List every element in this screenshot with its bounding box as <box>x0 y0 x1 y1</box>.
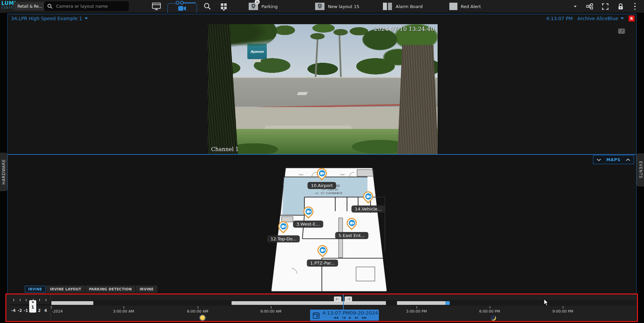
pin-label[interactable]: 10.Airport <box>307 182 336 189</box>
calendar-icon[interactable] <box>312 312 320 319</box>
layout-tab-label: Alarm Board <box>396 4 423 9</box>
camera-title[interactable]: 34.LPR High Speed Example 1 <box>11 16 88 21</box>
layout-tab-label: Red Alert <box>461 4 481 9</box>
fast-forward-button[interactable]: ▶▶ <box>362 316 367 320</box>
photo-icon <box>619 29 624 33</box>
magnifier-icon <box>204 3 211 10</box>
archive-selector-label: Archive AliceBlue <box>578 16 618 21</box>
chevron-down-icon <box>85 17 88 19</box>
maps-collapse-bar[interactable]: MAPS <box>593 155 634 164</box>
hardware-panel-tab[interactable]: HARDWARE <box>0 153 7 191</box>
zoom-tick <box>13 299 14 301</box>
sign-text: Ayanon <box>250 50 264 53</box>
grid-dropdown-caret[interactable] <box>222 9 225 11</box>
pin-label[interactable]: 5.East Ent... <box>335 232 368 239</box>
layout-tab-red-alert[interactable]: Red Alert <box>449 0 481 13</box>
menu-kebab-button[interactable] <box>631 0 639 13</box>
playhead-datetime-box[interactable]: 4:13:07 PM09-20-2024 ◀◀ |◀ ▶ ▶| ▶▶ <box>310 310 379 321</box>
record-badge: R <box>629 15 635 21</box>
window-layout-button[interactable] <box>585 0 595 13</box>
video-frame[interactable]: Ayanon 2024-07-10 13:24:40 Channel 1 <box>208 24 438 154</box>
search-bar[interactable] <box>44 1 129 11</box>
zoom-tick <box>46 299 46 301</box>
camera-title-label: 34.LPR High Speed Example 1 <box>11 16 82 21</box>
archive-selector[interactable]: Archive AliceBlue <box>578 16 624 21</box>
pin-label[interactable]: 1.PTZ-Par... <box>307 260 338 267</box>
layout-tab-alarm-board[interactable]: Alarm Board <box>383 0 423 13</box>
map-pin-5-east-entrance[interactable] <box>347 218 357 228</box>
events-panel-tab[interactable]: EVENTS <box>637 153 644 186</box>
zoom-level-label[interactable]: -1 <box>24 308 28 313</box>
pin-label[interactable]: 3.West-E... <box>293 221 323 228</box>
rewind-button[interactable]: ◀◀ <box>334 316 338 320</box>
selection-end-button[interactable]: ⊣ <box>345 296 352 302</box>
monitor-view-button[interactable] <box>150 0 162 13</box>
timeline-time-label: 3:00:00 PM <box>406 309 427 314</box>
playhead-line[interactable] <box>343 294 344 311</box>
transport-controls: ◀◀ |◀ ▶ ▶| ▶▶ <box>334 316 367 320</box>
map-pin-10-airport[interactable] <box>317 168 327 178</box>
playhead-date: 09-20-2024 <box>350 310 378 316</box>
playhead-datetime-label: 4:13:07 PM09-20-2024 <box>322 311 378 316</box>
organization-selector-button[interactable]: Retail & Re... <box>13 2 46 10</box>
lock-icon <box>618 3 624 10</box>
fullscreen-button[interactable] <box>600 0 610 13</box>
camera-pin-icon <box>319 170 325 177</box>
timeline-tick <box>563 306 563 309</box>
caret-down-icon <box>32 302 34 303</box>
fullscreen-icon <box>602 3 608 10</box>
zoom-level-label[interactable]: 2 <box>38 308 41 313</box>
map-tab-parking-detection[interactable]: PARKING DETECTION <box>86 286 135 292</box>
video-timestamp: 2024-07-10 13:24:40 <box>374 26 434 32</box>
timeline-time-label: 9:00:00 AM <box>260 309 282 314</box>
timeline-tick <box>416 306 417 309</box>
chevron-down-icon <box>574 6 577 7</box>
layout-tab-parking[interactable]: ⌂ Parking <box>248 0 278 13</box>
lock-button[interactable] <box>615 0 626 13</box>
app-window: LUMI CENTER Retail & Re... <box>0 0 644 323</box>
zoom-level-label[interactable]: -4 <box>11 308 16 313</box>
sign-base <box>254 59 261 62</box>
camera-pin-icon <box>280 223 287 230</box>
step-forward-button[interactable]: ▶| <box>355 316 358 320</box>
film-reel-icon <box>175 0 196 5</box>
viewport: 34.LPR High Speed Example 1 4:13:07 PM A… <box>7 14 637 293</box>
map-pin-1-ptz-parking[interactable] <box>317 245 328 255</box>
zoom-slider-handle[interactable]: 1 <box>29 300 36 313</box>
home-icon: ⌂ <box>255 0 260 4</box>
camera-cell: 34.LPR High Speed Example 1 4:13:07 PM A… <box>8 14 636 154</box>
palm-frond <box>330 28 351 37</box>
search-icon <box>47 4 53 9</box>
zoom-level-label[interactable]: 4 <box>44 308 47 313</box>
layout-tab-new-layout-15[interactable]: New layout 15 <box>315 0 359 13</box>
tabs-dropdown-button[interactable] <box>571 0 579 13</box>
map-pin-3-west[interactable] <box>303 206 313 217</box>
mouse-cursor <box>544 299 549 306</box>
plan-door-label: Door <box>340 174 345 176</box>
map-layout-icon: ⌂ <box>248 2 258 10</box>
pin-label[interactable]: 12.Top-Do... <box>267 235 300 242</box>
palm-frond <box>307 32 328 41</box>
alarm-board-icon <box>383 2 393 10</box>
sunrise-icon <box>200 315 205 320</box>
map-pin-12-top-down[interactable] <box>278 221 288 231</box>
timeline-panel: -4 -2 -1 2 4 1 -2024 3:00:00 AM6:00:00 A… <box>5 293 638 322</box>
play-button[interactable]: ▶ <box>349 316 351 320</box>
map-pin-14-vehicle[interactable] <box>363 191 373 201</box>
pin-label[interactable]: 14.Vehicle... <box>351 205 385 213</box>
map-tab-irvine-2[interactable]: IRVINE <box>136 286 157 292</box>
map-tab-irvine-layout[interactable]: IRVINE LAYOUT <box>47 286 85 292</box>
timeline-tick <box>51 306 52 309</box>
snapshot-button[interactable] <box>618 28 625 34</box>
search-input[interactable] <box>55 3 120 9</box>
camera-pin-icon <box>349 220 355 226</box>
camera-header-right: 4:13:07 PM Archive AliceBlue R <box>546 15 635 21</box>
zoom-level-label[interactable]: -2 <box>18 308 22 313</box>
wall-clock: 4:13:07 PM <box>546 16 573 21</box>
grid-icon <box>221 3 227 9</box>
search-view-button[interactable] <box>202 0 213 13</box>
selection-start-button[interactable]: ⊢ <box>334 296 341 302</box>
step-back-button[interactable]: |◀ <box>342 316 345 320</box>
layout-tab-label: Parking <box>261 4 278 9</box>
map-tab-irvine[interactable]: IRVINE <box>25 286 46 292</box>
